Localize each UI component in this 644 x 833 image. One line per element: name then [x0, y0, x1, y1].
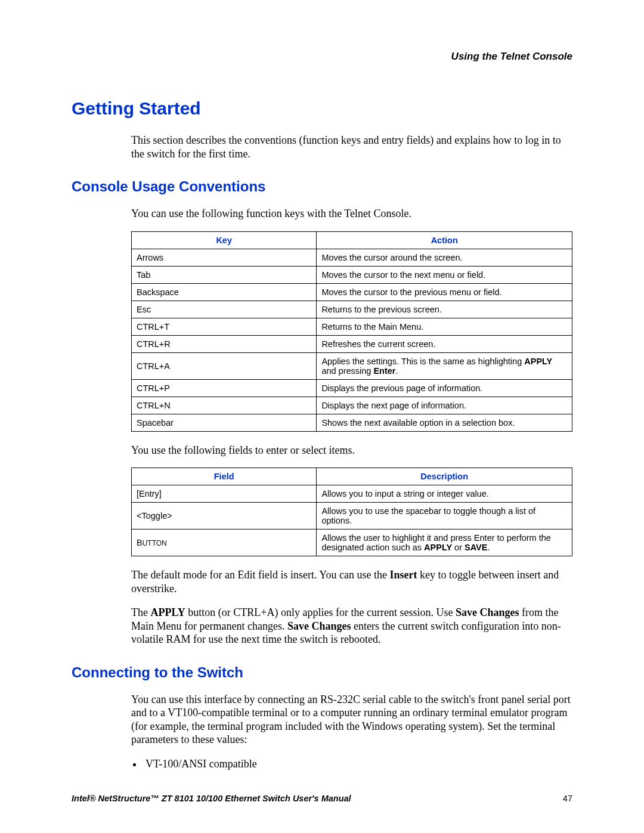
- text: or: [452, 543, 465, 552]
- bold-text: APPLY: [150, 606, 185, 618]
- cell-desc: Allows the user to highlight it and pres…: [317, 529, 572, 556]
- bold-text: Save Changes: [456, 606, 519, 618]
- cell-key: CTRL+R: [132, 335, 317, 352]
- table-row: <Toggle> Allows you to use the spacebar …: [132, 503, 572, 529]
- heading-connecting: Connecting to the Switch: [72, 664, 572, 681]
- cell-field: BUTTON: [132, 529, 317, 556]
- field-description-table: Field Description [Entry] Allows you to …: [131, 467, 572, 556]
- table-header-row: Field Description: [132, 468, 572, 485]
- cell-desc: Allows you to input a string or integer …: [317, 485, 572, 503]
- text: The default mode for an Edit field is in…: [131, 569, 389, 581]
- cell-key: Tab: [132, 266, 317, 283]
- cell-action: Returns to the Main Menu.: [317, 318, 572, 335]
- col-field-header: Field: [132, 468, 317, 485]
- bold-text: Enter: [373, 366, 395, 376]
- table-header-row: Key Action: [132, 231, 572, 249]
- text: Applies the settings. This is the same a…: [321, 357, 524, 366]
- page-number: 47: [563, 794, 572, 803]
- cell-key: Arrows: [132, 249, 317, 266]
- bold-text: Insert: [389, 569, 417, 581]
- heading-console-usage: Console Usage Conventions: [72, 178, 572, 195]
- text: The: [131, 606, 150, 618]
- cell-key: Esc: [132, 301, 317, 318]
- cell-field: <Toggle>: [132, 503, 317, 529]
- table-row: CTRL+T Returns to the Main Menu.: [132, 318, 572, 335]
- list-item: VT-100/ANSI compatible: [143, 757, 572, 771]
- cell-action: Moves the cursor to the previous menu or…: [317, 283, 572, 301]
- cell-action: Shows the next available option in a sel…: [317, 414, 572, 431]
- table-row: Tab Moves the cursor to the next menu or…: [132, 266, 572, 283]
- text: .: [487, 543, 490, 552]
- cell-key: Backspace: [132, 283, 317, 301]
- cell-action: Moves the cursor to the next menu or fie…: [317, 266, 572, 283]
- connecting-paragraph: You can use this interface by connecting…: [131, 693, 572, 747]
- table-row: Backspace Moves the cursor to the previo…: [132, 283, 572, 301]
- intro-paragraph: This section describes the conventions (…: [131, 134, 572, 160]
- cell-key: CTRL+N: [132, 397, 317, 414]
- heading-getting-started: Getting Started: [72, 98, 572, 119]
- bold-text: APPLY: [424, 543, 452, 552]
- parameter-list: VT-100/ANSI compatible: [131, 757, 572, 771]
- cell-key: CTRL+T: [132, 318, 317, 335]
- table-row: CTRL+R Refreshes the current screen.: [132, 335, 572, 352]
- cell-action: Applies the settings. This is the same a…: [317, 352, 572, 379]
- text: B: [137, 538, 143, 547]
- col-action-header: Action: [317, 231, 572, 249]
- cell-action: Displays the previous page of informatio…: [317, 379, 572, 397]
- bold-text: Save Changes: [287, 620, 351, 632]
- table-row: [Entry] Allows you to input a string or …: [132, 485, 572, 503]
- table-row: CTRL+P Displays the previous page of inf…: [132, 379, 572, 397]
- cell-field: [Entry]: [132, 485, 317, 503]
- text: .: [396, 366, 398, 376]
- field-table-wrapper: Field Description [Entry] Allows you to …: [131, 467, 572, 556]
- cell-desc: Allows you to use the spacebar to toggle…: [317, 503, 572, 529]
- conventions-intro: You can use the following function keys …: [131, 207, 572, 221]
- smallcaps-text: UTTON: [143, 539, 167, 547]
- text: button (or CTRL+A) only applies for the …: [185, 606, 456, 618]
- table-row: Spacebar Shows the next available option…: [132, 414, 572, 431]
- cell-key: CTRL+A: [132, 352, 317, 379]
- fields-intro: You use the following fields to enter or…: [131, 444, 572, 457]
- cell-action: Moves the cursor around the screen.: [317, 249, 572, 266]
- footer-title: Intel® NetStructure™ ZT 8101 10/100 Ethe…: [72, 794, 351, 803]
- bold-text: SAVE: [465, 543, 487, 552]
- key-table-wrapper: Key Action Arrows Moves the cursor aroun…: [131, 231, 572, 432]
- function-key-table: Key Action Arrows Moves the cursor aroun…: [131, 231, 572, 432]
- table-row: Esc Returns to the previous screen.: [132, 301, 572, 318]
- col-key-header: Key: [132, 231, 317, 249]
- insert-mode-paragraph: The default mode for an Edit field is in…: [131, 568, 572, 595]
- page-footer: Intel® NetStructure™ ZT 8101 10/100 Ethe…: [72, 794, 572, 803]
- table-row: CTRL+N Displays the next page of informa…: [132, 397, 572, 414]
- bold-text: APPLY: [524, 357, 552, 366]
- table-row: Arrows Moves the cursor around the scree…: [132, 249, 572, 266]
- table-row: BUTTON Allows the user to highlight it a…: [132, 529, 572, 556]
- cell-key: Spacebar: [132, 414, 317, 431]
- cell-action: Displays the next page of information.: [317, 397, 572, 414]
- apply-paragraph: The APPLY button (or CTRL+A) only applie…: [131, 606, 572, 646]
- text: and pressing: [321, 366, 373, 376]
- cell-action: Returns to the previous screen.: [317, 301, 572, 318]
- col-desc-header: Description: [317, 468, 572, 485]
- cell-key: CTRL+P: [132, 379, 317, 397]
- cell-action: Refreshes the current screen.: [317, 335, 572, 352]
- document-page: Using the Telnet Console Getting Started…: [0, 0, 644, 833]
- running-header: Using the Telnet Console: [72, 51, 572, 63]
- table-row: CTRL+A Applies the settings. This is the…: [132, 352, 572, 379]
